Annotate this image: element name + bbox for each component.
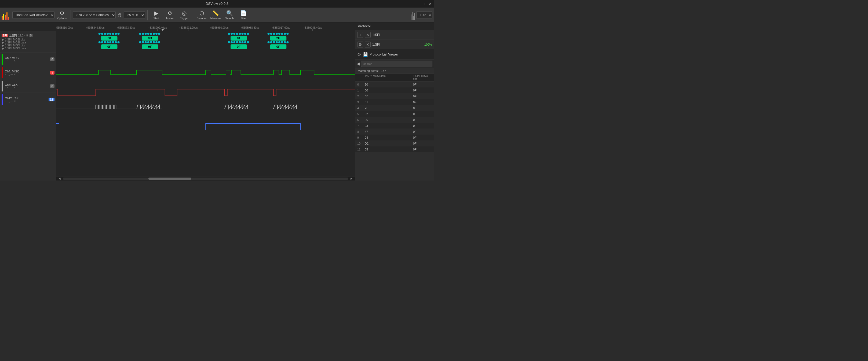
logo-bar	[5, 15, 6, 20]
decoder-mosi-data[interactable]: ▶ 1:SPI: MOSI data	[2, 41, 55, 44]
table-row[interactable]: 2 0B 0F	[355, 93, 434, 99]
svg-point-72	[273, 41, 275, 43]
table-row[interactable]: 10 D2 0F	[355, 140, 434, 146]
ruler-tick-2: +5358873.60µs	[117, 26, 135, 31]
separator	[147, 10, 148, 21]
session-dropdown[interactable]: BootAndTwoPacketsV	[12, 11, 55, 19]
remove-protocol-button[interactable]: ✕	[365, 32, 371, 38]
decoder-bubble-2: 0B 0F	[139, 33, 160, 49]
start-icon: ▶	[154, 10, 158, 17]
row-mosi: 0B	[365, 95, 413, 98]
table-row[interactable]: 8 47 0F	[355, 129, 434, 135]
row-idx: 1	[357, 89, 365, 92]
svg-point-41	[230, 33, 233, 35]
protocol-header: Protocol	[355, 23, 434, 30]
logo-bar	[2, 16, 3, 20]
table-row[interactable]: 5 02 0F	[355, 111, 434, 117]
table-row[interactable]: 11 05 0F	[355, 146, 434, 152]
decoder-mosi-bits[interactable]: ▶ 1:SPI: MOSI bits	[2, 38, 55, 41]
viewer-gear-button[interactable]: ⚙	[357, 52, 361, 57]
horizontal-scrollbar[interactable]: ◀ ▶	[56, 176, 355, 180]
channel-label-ch0: Ch0: MOSI ⌐¬_—✕ 0	[0, 53, 56, 66]
svg-point-12	[104, 41, 106, 43]
options-button[interactable]: ⚙ Options	[56, 8, 68, 22]
at-symbol: @	[118, 13, 122, 17]
maximize-btn[interactable]: □	[425, 2, 427, 6]
table-row[interactable]: 7 03 0F	[355, 123, 434, 129]
instant-button[interactable]: ⟳ Instant	[164, 8, 177, 22]
sample-rate-dropdown[interactable]: 25 MHz	[124, 11, 145, 19]
row-miso: 0F	[413, 83, 432, 86]
waveforms[interactable]: 00 0F	[56, 31, 355, 176]
svg-point-44	[239, 33, 241, 35]
svg-point-32	[145, 41, 147, 43]
channel-label-ch8: Ch8: CLK ⌐¬_—✕ 8	[0, 79, 56, 93]
svg-text:01: 01	[237, 36, 241, 40]
svg-point-36	[155, 41, 158, 43]
ruler-spacer	[0, 23, 56, 31]
start-button[interactable]: ▶ Start	[150, 8, 163, 22]
proto-table-body[interactable]: 0 30 0F 1 00 0F 2 0B 0F 3 01 0F 4 2E 0F …	[355, 81, 434, 180]
ch8-badge: 8	[50, 84, 55, 88]
logo	[2, 10, 9, 20]
measure-button[interactable]: 📏 Measure	[209, 8, 222, 22]
zoom-dropdown[interactable]: 100%	[416, 11, 432, 19]
zoom-area: 100%	[411, 10, 432, 20]
ch0-waveform	[56, 70, 355, 75]
decoder-name-row: SPI 1:SPI 12,0,4,8 D	[2, 34, 55, 38]
scroll-left-arrow[interactable]: ◀	[57, 177, 62, 180]
separator	[193, 10, 193, 21]
table-row[interactable]: 1 00 0F	[355, 88, 434, 93]
ch12-name: Ch12: CSn ⌐¬_—✕	[5, 97, 19, 102]
table-row[interactable]: 0 30 0F	[355, 81, 434, 88]
svg-point-21	[142, 33, 144, 35]
file-button[interactable]: 📄 File	[237, 8, 250, 22]
scroll-track[interactable]	[63, 177, 348, 180]
decoder-miso-data[interactable]: ▶ 1:SPI: MISO data	[2, 47, 55, 50]
svg-point-51	[230, 41, 233, 43]
svg-point-74	[278, 41, 280, 43]
ch8-sig-icons: ⌐¬_—✕	[5, 86, 18, 89]
table-row[interactable]: 4 2E 0F	[355, 105, 434, 111]
svg-point-4	[109, 33, 112, 35]
svg-point-57	[247, 41, 249, 43]
svg-text:2E: 2E	[276, 36, 280, 40]
table-row[interactable]: 3 01 0F	[355, 99, 434, 105]
trigger-button[interactable]: ◎ Trigger	[178, 8, 191, 22]
protocol-gear-button[interactable]: ⚙	[357, 41, 363, 47]
minimize-btn[interactable]: —	[420, 2, 423, 6]
svg-point-20	[139, 33, 141, 35]
search-button[interactable]: 🔍 Search	[223, 8, 236, 22]
svg-point-26	[155, 33, 158, 35]
row-idx: 7	[357, 124, 365, 127]
options-icon: ⚙	[60, 10, 64, 17]
svg-point-33	[147, 41, 150, 43]
viewer-save-button[interactable]: 💾	[363, 52, 368, 57]
options-group: ⚙ Options	[56, 8, 68, 22]
close-btn[interactable]: ✕	[429, 2, 432, 6]
window-controls: — □ ✕	[420, 2, 432, 6]
decoder-d-badge: D	[29, 34, 33, 37]
ch12-sig-icons: ⌐¬_—✕	[5, 100, 19, 102]
row-idx: 2	[357, 95, 365, 98]
decoder-miso-bits[interactable]: ▶ 1:SPI: MISO bits	[2, 44, 55, 47]
back-button[interactable]: ◀	[357, 61, 360, 66]
table-row[interactable]: 9 04 0F	[355, 135, 434, 140]
ch12-color-bar	[2, 94, 3, 105]
svg-point-53	[236, 41, 238, 43]
ch8-name: Ch8: CLK ⌐¬_—✕	[5, 83, 18, 89]
sample-count-dropdown[interactable]: 870.79872 M Samples	[73, 11, 116, 19]
add-protocol-button[interactable]: +	[357, 32, 363, 38]
protocol-close-button[interactable]: ✕	[365, 41, 371, 47]
search-input[interactable]	[361, 61, 432, 67]
protocol-gear-row: ⚙ ✕ 1:SPI 100%	[355, 40, 434, 50]
table-row[interactable]: 6 06 0F	[355, 117, 434, 123]
svg-point-31	[142, 41, 144, 43]
scroll-thumb[interactable]	[148, 177, 191, 180]
ruler-tick-4: +5358931.20µs	[179, 26, 197, 31]
decoder-button[interactable]: ⬡ Decoder	[195, 8, 208, 22]
svg-point-50	[228, 41, 230, 43]
scroll-right-arrow[interactable]: ▶	[349, 177, 354, 180]
svg-point-73	[276, 41, 278, 43]
trigger-icon: ◎	[182, 10, 187, 17]
